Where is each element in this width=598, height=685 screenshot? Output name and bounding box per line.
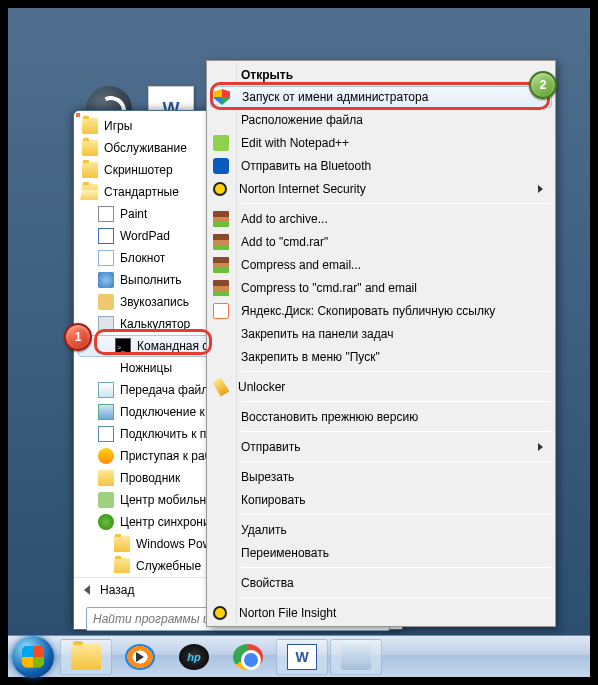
- context-item-3[interactable]: Edit with Notepad++: [209, 131, 553, 154]
- explorer-button[interactable]: [60, 639, 112, 675]
- nis-icon: [213, 182, 227, 196]
- ico-sync-icon: [98, 514, 114, 530]
- ico-run-icon: [98, 272, 114, 288]
- context-item-19[interactable]: Отправить: [209, 435, 553, 458]
- context-label: Удалить: [241, 523, 287, 537]
- context-item-17[interactable]: Восстановить прежнюю версию: [209, 405, 553, 428]
- program-label: Paint: [120, 207, 147, 221]
- folder-icon: [82, 140, 98, 156]
- context-item-29[interactable]: Norton File Insight: [209, 601, 553, 624]
- ydisk-icon: [213, 303, 229, 319]
- ico-sound-icon: [98, 294, 114, 310]
- ico-migrate-icon: [98, 382, 114, 398]
- folder-icon: [114, 536, 130, 552]
- back-arrow-icon: [84, 585, 90, 595]
- context-label: Копировать: [241, 493, 306, 507]
- taskbar-buttons: hpW: [60, 639, 382, 675]
- context-item-4[interactable]: Отправить на Bluetooth: [209, 154, 553, 177]
- program-label: Стандартные: [104, 185, 179, 199]
- generic-button[interactable]: [330, 639, 382, 675]
- context-item-22[interactable]: Копировать: [209, 488, 553, 511]
- context-label: Закрепить на панели задач: [241, 327, 393, 341]
- context-menu: ОткрытьЗапуск от имени администратораРас…: [206, 60, 556, 627]
- context-item-21[interactable]: Вырезать: [209, 465, 553, 488]
- ico-mob-icon: [98, 492, 114, 508]
- context-item-9[interactable]: Compress and email...: [209, 253, 553, 276]
- context-item-12[interactable]: Закрепить на панели задач: [209, 322, 553, 345]
- program-label: Блокнот: [120, 251, 165, 265]
- context-item-5[interactable]: Norton Internet Security: [209, 177, 553, 200]
- hp-icon: hp: [179, 644, 209, 670]
- word-button[interactable]: W: [276, 639, 328, 675]
- context-item-13[interactable]: Закрепить в меню "Пуск": [209, 345, 553, 368]
- context-label: Norton File Insight: [239, 606, 336, 620]
- ico-wordpad-icon: [98, 228, 114, 244]
- ico-paint-icon: [98, 206, 114, 222]
- hp-button[interactable]: hp: [168, 639, 220, 675]
- context-item-15[interactable]: Unlocker: [209, 375, 553, 398]
- context-item-2[interactable]: Расположение файла: [209, 108, 553, 131]
- bt-icon: [213, 158, 229, 174]
- separator: [241, 431, 551, 432]
- folder-icon: [82, 162, 98, 178]
- word-icon: W: [287, 644, 317, 670]
- ico-explorer-icon: [98, 470, 114, 486]
- context-item-25[interactable]: Переименовать: [209, 541, 553, 564]
- rar-icon: [213, 257, 229, 273]
- taskbar: hpW: [8, 635, 590, 677]
- context-label: Переименовать: [241, 546, 329, 560]
- context-label: Свойства: [241, 576, 294, 590]
- folder-icon: [114, 558, 130, 573]
- program-label: Проводник: [120, 471, 180, 485]
- context-item-11[interactable]: Яндекс.Диск: Скопировать публичную ссылк…: [209, 299, 553, 322]
- nis-icon: [213, 606, 227, 620]
- program-label: Звукозапись: [120, 295, 189, 309]
- chrome-button[interactable]: [222, 639, 274, 675]
- back-label: Назад: [100, 583, 134, 597]
- context-label: Закрепить в меню "Пуск": [241, 350, 380, 364]
- program-label: Скриншотер: [104, 163, 173, 177]
- context-item-27[interactable]: Свойства: [209, 571, 553, 594]
- program-label: WordPad: [120, 229, 170, 243]
- start-orb[interactable]: [12, 636, 54, 678]
- ico-note-icon: [98, 250, 114, 266]
- program-label: Выполнить: [120, 273, 182, 287]
- context-item-10[interactable]: Compress to "cmd.rar" and email: [209, 276, 553, 299]
- ico-gstart-icon: [98, 448, 114, 464]
- context-label: Вырезать: [241, 470, 294, 484]
- folder-icon: [82, 118, 98, 134]
- context-label: Восстановить прежнюю версию: [241, 410, 418, 424]
- context-label: Отправить: [241, 440, 301, 454]
- context-label: Add to "cmd.rar": [241, 235, 328, 249]
- context-label: Расположение файла: [241, 113, 363, 127]
- rar-icon: [213, 211, 229, 227]
- npp-icon: [213, 135, 229, 151]
- context-item-8[interactable]: Add to "cmd.rar": [209, 230, 553, 253]
- ico-gen-icon: [98, 360, 114, 376]
- badge-2: 2: [529, 71, 557, 99]
- separator: [241, 401, 551, 402]
- highlight-runas: [210, 82, 550, 110]
- context-label: Edit with Notepad++: [241, 136, 349, 150]
- wmp-icon: [125, 644, 155, 670]
- wmp-button[interactable]: [114, 639, 166, 675]
- context-item-24[interactable]: Удалить: [209, 518, 553, 541]
- context-label: Norton Internet Security: [239, 182, 366, 196]
- badge-1: 1: [64, 323, 92, 351]
- context-label: Add to archive...: [241, 212, 328, 226]
- separator: [241, 514, 551, 515]
- context-label: Яндекс.Диск: Скопировать публичную ссылк…: [241, 304, 495, 318]
- rar-icon: [213, 234, 229, 250]
- ico-rprint-icon: [98, 426, 114, 442]
- context-item-7[interactable]: Add to archive...: [209, 207, 553, 230]
- program-label: Обслуживание: [104, 141, 187, 155]
- chrome-icon: [233, 644, 263, 670]
- context-label: Compress to "cmd.rar" and email: [241, 281, 417, 295]
- unlock-icon: [213, 377, 230, 396]
- context-label: Unlocker: [238, 380, 285, 394]
- submenu-arrow-icon: [538, 185, 543, 193]
- context-label: Отправить на Bluetooth: [241, 159, 371, 173]
- separator: [241, 567, 551, 568]
- program-label: Ножницы: [120, 361, 172, 375]
- explorer-icon: [71, 644, 101, 670]
